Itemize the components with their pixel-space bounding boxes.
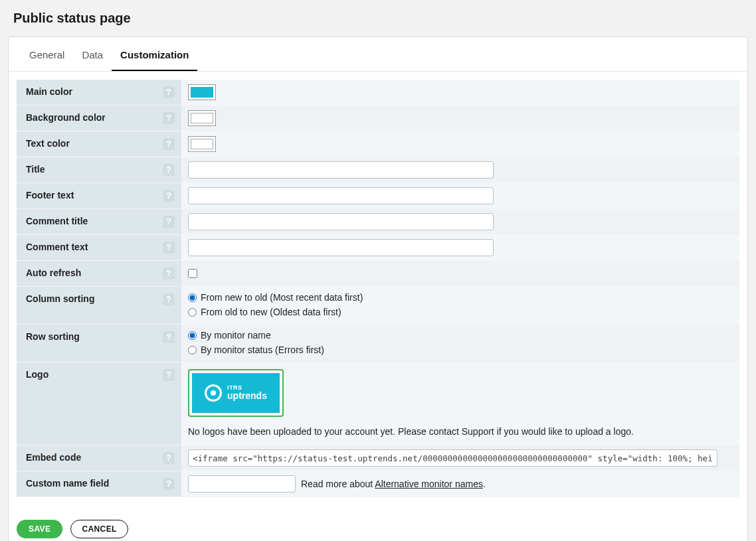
custom-name-input[interactable] [188, 475, 296, 493]
label-main-color: Main color ? [17, 80, 181, 105]
form-body: Main color ? Background color ? [9, 72, 747, 510]
help-icon[interactable]: ? [163, 478, 175, 490]
label-comment-text: Comment text ? [17, 235, 181, 260]
label-text: Row sorting [26, 331, 80, 342]
help-icon[interactable]: ? [163, 268, 175, 279]
logo-note: No logos have been uploaded to your acco… [188, 426, 634, 437]
tab-data[interactable]: Data [73, 37, 112, 71]
hint-prefix: Read more about [301, 479, 375, 489]
text-color-swatch [191, 139, 213, 149]
column-sorting-option-old-to-new[interactable]: From old to new (Oldest data first) [188, 307, 341, 317]
label-text: Comment title [26, 216, 88, 226]
label-comment-title: Comment title ? [17, 209, 181, 234]
custom-name-hint: Read more about Alternative monitor name… [301, 479, 486, 489]
actions-bar: SAVE CANCEL [9, 510, 747, 541]
help-icon[interactable]: ? [163, 369, 175, 381]
tab-customization[interactable]: Customization [112, 37, 197, 71]
radio-label: From new to old (Most recent data first) [201, 292, 363, 303]
help-icon[interactable]: ? [163, 242, 175, 254]
settings-panel: General Data Customization Main color ? … [8, 37, 748, 541]
background-color-picker[interactable] [188, 110, 216, 126]
comment-title-input[interactable] [188, 213, 494, 230]
radio-input[interactable] [188, 293, 197, 302]
help-icon[interactable]: ? [163, 452, 175, 464]
tab-general[interactable]: General [21, 37, 73, 71]
label-text: Embed code [26, 452, 81, 463]
logo-text: ITRS uptrends [227, 385, 267, 401]
label-text: Comment text [26, 242, 88, 252]
label-text-color: Text color ? [17, 131, 181, 157]
help-icon[interactable]: ? [163, 190, 175, 202]
row-row-sorting: Row sorting ? By monitor name By monitor… [17, 325, 739, 362]
main-color-picker[interactable] [188, 84, 216, 100]
label-footer-text: Footer text ? [17, 183, 181, 208]
main-color-swatch [191, 87, 213, 98]
logo-preview[interactable]: ITRS uptrends [188, 369, 284, 417]
column-sorting-option-new-to-old[interactable]: From new to old (Most recent data first) [188, 292, 363, 303]
page-title: Public status page [13, 11, 749, 26]
help-icon[interactable]: ? [163, 86, 175, 98]
radio-label: By monitor name [201, 330, 271, 341]
label-embed-code: Embed code ? [17, 445, 181, 471]
label-custom-name: Custom name field ? [17, 471, 181, 497]
alternative-names-link[interactable]: Alternative monitor names [375, 479, 483, 489]
row-title: Title ? [17, 157, 739, 183]
title-input[interactable] [188, 161, 494, 179]
label-auto-refresh: Auto refresh ? [17, 261, 181, 286]
label-text: Logo [26, 369, 48, 380]
label-row-sorting: Row sorting ? [17, 325, 181, 362]
hint-suffix: . [483, 479, 486, 489]
help-icon[interactable]: ? [163, 164, 175, 176]
help-icon[interactable]: ? [163, 138, 175, 150]
help-icon[interactable]: ? [163, 293, 175, 305]
radio-input[interactable] [188, 331, 197, 340]
row-text-color: Text color ? [17, 131, 739, 157]
label-title: Title ? [17, 157, 181, 183]
save-button[interactable]: SAVE [17, 520, 62, 538]
cancel-button[interactable]: CANCEL [70, 520, 128, 538]
radio-input[interactable] [188, 308, 197, 317]
row-sorting-option-by-status[interactable]: By monitor status (Errors first) [188, 345, 324, 355]
help-icon[interactable]: ? [163, 112, 175, 124]
label-text: Main color [26, 86, 72, 97]
radio-input[interactable] [188, 346, 197, 354]
auto-refresh-checkbox[interactable] [188, 269, 197, 278]
label-text: Title [26, 164, 45, 175]
comment-text-input[interactable] [188, 239, 494, 256]
footer-text-input[interactable] [188, 187, 494, 204]
row-comment-title: Comment title ? [17, 209, 739, 235]
label-text: Background color [26, 112, 106, 123]
row-sorting-option-by-name[interactable]: By monitor name [188, 330, 271, 341]
row-embed-code: Embed code ? [17, 445, 739, 471]
tabs: General Data Customization [9, 37, 747, 72]
row-background-color: Background color ? [17, 106, 739, 131]
label-text: Text color [26, 138, 70, 149]
row-auto-refresh: Auto refresh ? [17, 261, 739, 287]
label-background-color: Background color ? [17, 106, 181, 131]
label-text: Column sorting [26, 293, 94, 304]
label-text: Custom name field [26, 478, 109, 489]
text-color-picker[interactable] [188, 136, 216, 152]
label-logo: Logo ? [17, 362, 181, 445]
row-logo: Logo ? ITRS uptrends No logos have been … [17, 362, 739, 445]
row-custom-name: Custom name field ? Read more about Alte… [17, 471, 739, 497]
label-text: Footer text [26, 190, 74, 200]
logo-circle-icon [205, 384, 222, 402]
label-column-sorting: Column sorting ? [17, 287, 181, 324]
embed-code-input[interactable] [188, 449, 717, 467]
logo-image: ITRS uptrends [192, 373, 280, 413]
help-icon[interactable]: ? [163, 216, 175, 228]
row-main-color: Main color ? [17, 80, 739, 106]
radio-label: From old to new (Oldest data first) [201, 307, 341, 317]
help-icon[interactable]: ? [163, 331, 175, 343]
row-column-sorting: Column sorting ? From new to old (Most r… [17, 287, 739, 325]
radio-label: By monitor status (Errors first) [201, 345, 324, 355]
background-color-swatch [191, 113, 213, 123]
label-text: Auto refresh [26, 268, 81, 278]
row-comment-text: Comment text ? [17, 235, 739, 261]
row-footer-text: Footer text ? [17, 183, 739, 209]
